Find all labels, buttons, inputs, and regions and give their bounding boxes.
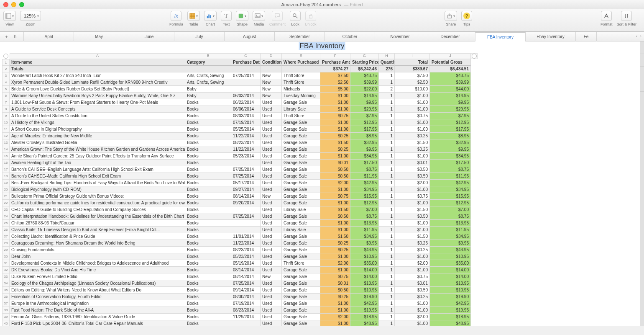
cell[interactable]: Garage Sale <box>282 300 320 307</box>
cell[interactable]: Books <box>185 146 231 153</box>
cell[interactable]: $1.00 <box>320 200 350 206</box>
cell[interactable]: 08/30/2014 <box>231 294 261 300</box>
cell[interactable]: $0.25 <box>320 247 350 253</box>
cell[interactable]: Dear John <box>10 253 185 260</box>
cell[interactable]: $1.50 <box>320 139 350 146</box>
table-row[interactable]: Chilton 26760 83-96 Tbird/CougarBooksUse… <box>10 220 638 227</box>
cell[interactable]: 07/19/2014 <box>231 119 261 126</box>
cell[interactable]: Courageous Dreaming: How Shamans Dream t… <box>10 240 185 247</box>
cell[interactable]: $2.00 <box>320 260 350 267</box>
cell[interactable]: Books <box>185 280 231 287</box>
cell[interactable]: Garage Sale <box>282 307 320 314</box>
cell[interactable]: Garage Sale <box>282 200 320 206</box>
cell[interactable]: $7.00 <box>350 206 379 213</box>
cell[interactable] <box>231 86 261 93</box>
cell[interactable]: 11/29/2014 <box>231 314 261 320</box>
cell[interactable]: 08/23/2014 <box>231 307 261 314</box>
sheet-tab[interactable]: April <box>24 32 74 41</box>
table-row[interactable]: Age of Miracles: Embracing the New Midli… <box>10 133 638 139</box>
cell[interactable]: Books <box>185 253 231 260</box>
cell[interactable]: $13.95 <box>430 280 471 287</box>
cell[interactable]: 07/25/2014 <box>231 166 261 173</box>
table-row[interactable]: Ford F-150 Pick-Ups 2004-06 iChilton's T… <box>10 320 638 326</box>
table-row[interactable]: Cruising FundamentalsBooks08/23/2014Used… <box>10 247 638 253</box>
row-header[interactable]: 36 <box>2 294 10 300</box>
cell[interactable]: $1.00 <box>320 227 350 233</box>
cell[interactable]: $1.00 <box>395 119 430 126</box>
cell[interactable]: Age of Miracles: Embracing the New Midli… <box>10 133 185 139</box>
cell[interactable]: Used <box>261 126 282 133</box>
cell[interactable]: $9.95 <box>350 99 379 106</box>
row-header[interactable]: 9 <box>2 113 10 119</box>
cell[interactable]: Garage Sale <box>282 273 320 280</box>
cell[interactable]: New <box>261 273 282 280</box>
cell[interactable]: 1 <box>379 320 395 326</box>
cell[interactable]: Books <box>185 106 231 113</box>
cell[interactable]: $39.99 <box>350 79 379 86</box>
cell[interactable]: $17.95 <box>350 126 379 133</box>
cell[interactable]: Books <box>185 200 231 206</box>
cell[interactable]: 1 <box>379 160 395 166</box>
cell[interactable]: A History of the Vikings <box>10 119 185 126</box>
sheet-tab[interactable]: June <box>124 32 174 41</box>
cell[interactable]: 05/23/2014 <box>231 153 261 160</box>
cell[interactable]: 1 <box>379 213 395 220</box>
table-row[interactable]: Aleister Crowley's Illustrated GoetiaBoo… <box>10 139 638 146</box>
cell[interactable]: $48.95 <box>430 320 471 326</box>
cell[interactable]: $14.00 <box>350 267 379 273</box>
cell[interactable]: Books <box>185 119 231 126</box>
cell[interactable]: Books <box>185 273 231 280</box>
cell[interactable]: 1 <box>379 126 395 133</box>
cell[interactable]: $1.00 <box>395 267 430 273</box>
cell[interactable] <box>231 160 261 166</box>
row-header[interactable]: 7 <box>2 99 10 106</box>
cell[interactable]: $0.25 <box>395 146 430 153</box>
cell[interactable]: $374.27 <box>320 66 350 72</box>
cell[interactable]: California building performance guidelin… <box>10 200 185 206</box>
cell[interactable]: $1.00 <box>395 220 430 227</box>
cell[interactable]: $0.75 <box>320 273 350 280</box>
cell[interactable]: 11/22/2014 <box>231 146 261 153</box>
cell[interactable]: Bulletstorm Prima Official Strategy Guid… <box>10 193 185 200</box>
share-button[interactable]: ▾ <box>445 11 457 21</box>
cell[interactable]: $0.01 <box>395 280 430 287</box>
cell[interactable]: 1 <box>379 166 395 173</box>
cell[interactable]: $0.75 <box>320 193 350 200</box>
cell[interactable]: 08/23/2014 <box>231 247 261 253</box>
row-header[interactable]: 26 <box>2 227 10 233</box>
cell[interactable]: $0.75 <box>320 113 350 119</box>
cell[interactable]: $19.90 <box>350 294 379 300</box>
cell[interactable]: 09/20/2014 <box>231 200 261 206</box>
cell[interactable]: Baby <box>185 86 231 93</box>
cell[interactable]: Used <box>261 99 282 106</box>
cell[interactable]: 1 <box>379 260 395 267</box>
cell[interactable]: Biological Psychology (with CD-ROM) <box>10 186 185 193</box>
table-row[interactable]: Barron's CAHSEE--English Language Arts: … <box>10 166 638 173</box>
cell[interactable]: Michaels <box>282 86 320 93</box>
cell[interactable]: Used <box>261 200 282 206</box>
cell[interactable]: Books <box>185 139 231 146</box>
cell[interactable]: $15.95 <box>430 193 471 200</box>
cell[interactable]: $35.00 <box>430 260 471 267</box>
cell[interactable]: 08/14/2014 <box>231 267 261 273</box>
cell[interactable]: Used <box>261 206 282 213</box>
sheet-tab[interactable]: October <box>325 32 375 41</box>
row-header[interactable]: 16 <box>2 160 10 166</box>
cell[interactable]: $0.50 <box>320 173 350 180</box>
cell[interactable] <box>231 66 261 72</box>
cell[interactable]: Essentials of Conservation Biology, Four… <box>10 294 185 300</box>
cell[interactable]: Books <box>185 240 231 247</box>
table-row[interactable]: Classic Knits: 15 Timeless Designs to Kn… <box>10 227 638 233</box>
cell[interactable]: Fenton Art Glass Patterns, 1939-1980: Id… <box>10 314 185 320</box>
cell[interactable]: 1 <box>379 220 395 227</box>
cell[interactable]: $9.95 <box>430 99 471 106</box>
cell[interactable]: Books <box>185 166 231 173</box>
table-row[interactable]: Annie Sloan's Painted Garden: 25 Easy Ou… <box>10 153 638 160</box>
cell[interactable]: 1 <box>379 99 395 106</box>
cell[interactable]: A Guide to the United States Constitutio… <box>10 113 185 119</box>
cell[interactable]: $0.50 <box>395 173 430 180</box>
cell[interactable]: Garage Sale <box>282 99 320 106</box>
minimize-window-button[interactable] <box>11 2 16 7</box>
cell[interactable]: Books <box>185 260 231 267</box>
cell[interactable]: $6,242.46 <box>350 66 379 72</box>
